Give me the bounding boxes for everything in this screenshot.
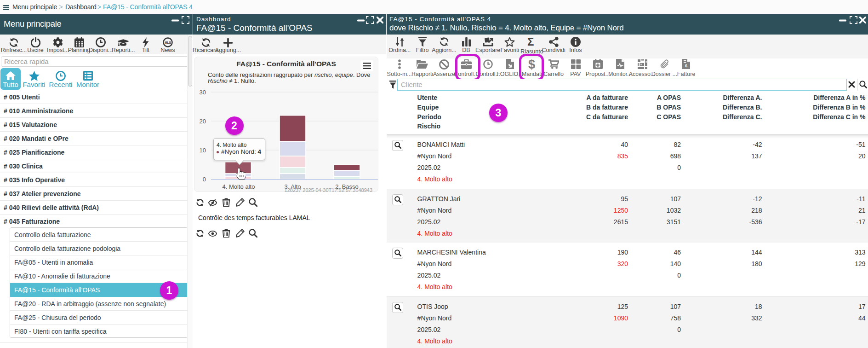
svg-text:MLS: MLS	[165, 41, 171, 44]
svg-text:$: $	[685, 64, 687, 68]
svg-text:20: 20	[200, 118, 206, 125]
svg-text:0: 0	[203, 176, 206, 183]
svg-text:10: 10	[200, 147, 206, 154]
svg-text:30: 30	[200, 89, 206, 96]
